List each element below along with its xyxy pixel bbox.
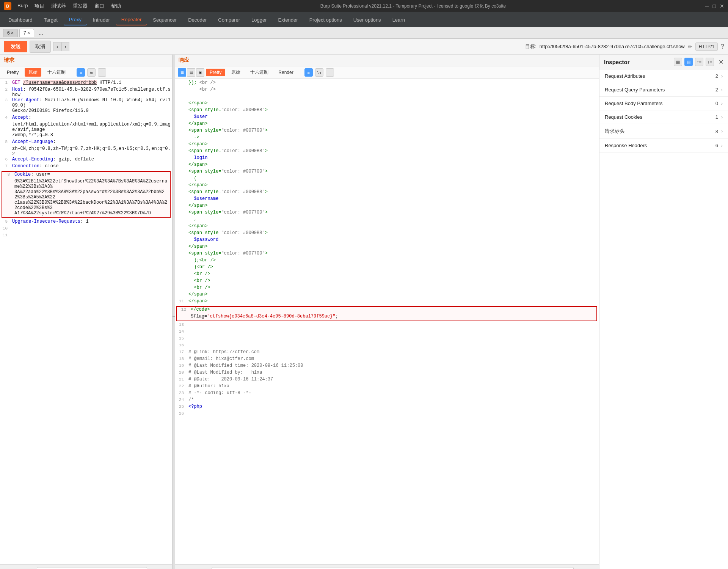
inspector-row-body-params[interactable]: Request Body Parameters 0 ›	[599, 97, 728, 110]
resp-line-coding: 23 # -*- coding: utf-8 -*-	[175, 390, 599, 397]
window-controls[interactable]: ─ □ ✕	[705, 3, 724, 9]
minimize-button[interactable]: ─	[705, 3, 709, 9]
view-split-h[interactable]: ▦	[178, 68, 186, 77]
response-tab-hex[interactable]: 十六进制	[246, 68, 272, 77]
nav-decoder[interactable]: Decoder	[183, 15, 212, 25]
nav-extender[interactable]: Extender	[273, 15, 303, 25]
request-more-icon[interactable]: ⋯	[98, 68, 106, 77]
nav-sequencer[interactable]: Sequencer	[147, 15, 182, 25]
inspector-row-req-headers[interactable]: 请求标头 8 ›	[599, 124, 728, 139]
resp-flag-line: $flag="ctfshow{e034c6a8-d3c4-4e95-890d-8…	[177, 314, 596, 321]
request-tab-raw[interactable]: 原始	[25, 68, 41, 77]
resp-line-26: 26	[175, 411, 599, 418]
nav-proxy[interactable]: Proxy	[64, 14, 87, 25]
flag-block: 12 </code> $flag="ctfshow{e034c6a8-d3c4-…	[176, 306, 597, 321]
resp-line-16: </span>	[175, 182, 599, 189]
inspector-row-resp-headers[interactable]: Response Headers 6 ›	[599, 139, 728, 152]
view-split-v[interactable]: ▤	[187, 68, 195, 77]
inspector-header: Inspector ▦ ▤ ↑≡ ↓≡ ✕	[599, 55, 728, 69]
request-line-8d: class%22%3B0%3A%2B8%3A%22backDoor%22%3A1…	[2, 200, 170, 211]
request-line-8: 8 Cookie: user=	[2, 172, 170, 179]
tab-more[interactable]: ...	[36, 29, 46, 37]
request-line-8b: 0%3A%2B11%3A%22ctfShowUser%22%3A3%3A%7Bs…	[2, 179, 170, 189]
nav-dashboard[interactable]: Dashboard	[3, 15, 38, 25]
menu-help[interactable]: 帮助	[111, 3, 121, 9]
response-sub-tab-sep	[301, 69, 301, 76]
inspector-sort-desc-icon[interactable]: ↓≡	[706, 58, 714, 66]
chevron-query-params: ›	[721, 87, 723, 93]
target-bar: 目标: http://f0542f8a-6501-457b-8282-970ea…	[525, 42, 724, 51]
resp-line-27: );<br />	[175, 258, 599, 264]
nav-user-options[interactable]: User options	[348, 15, 386, 25]
menu-window[interactable]: 窗口	[94, 3, 104, 9]
response-tab-pretty[interactable]: Pretty	[206, 69, 225, 76]
response-search-input[interactable]	[212, 567, 574, 569]
inspector-label-query-params: Request Query Parameters	[605, 87, 665, 93]
request-tab-hex[interactable]: 十六进制	[44, 68, 69, 77]
inspector-list-icon[interactable]: ▤	[684, 58, 693, 66]
http-version-badge[interactable]: HTTP/1	[695, 42, 718, 51]
help-icon[interactable]: ?	[721, 43, 724, 50]
edit-icon[interactable]: ✏	[688, 44, 692, 50]
request-tab-pretty[interactable]: Pretty	[3, 69, 22, 76]
inspector-icon-group: ▦ ▤ ↑≡ ↓≡ ✕	[674, 58, 723, 66]
inspector-label-request-attrs: Request Attributes	[605, 73, 645, 79]
nav-comparer[interactable]: Comparer	[213, 15, 245, 25]
inspector-row-cookies[interactable]: Request Cookies 1 ›	[599, 110, 728, 124]
title-bar: B Burp 项目 测试器 重发器 窗口 帮助 Burp Suite Profe…	[0, 0, 728, 12]
resp-line-22: </span>	[175, 223, 599, 230]
menu-project[interactable]: 项目	[35, 3, 44, 9]
inspector-label-req-headers: 请求标头	[605, 128, 624, 135]
cancel-button[interactable]: 取消	[30, 41, 51, 53]
nav-forward-button[interactable]: ›	[61, 42, 70, 51]
inspector-grid-icon[interactable]: ▦	[674, 58, 682, 66]
request-search-input[interactable]	[37, 567, 147, 569]
title-bar-menu[interactable]: Burp 项目 测试器 重发器 窗口 帮助	[17, 3, 121, 9]
request-line-4c: /webp,*/*;q=0.8	[0, 132, 172, 139]
response-newline-icon[interactable]: \n	[315, 68, 323, 77]
nav-repeater[interactable]: Repeater	[116, 14, 147, 25]
menu-tester[interactable]: 测试器	[51, 3, 66, 9]
maximize-button[interactable]: □	[713, 3, 716, 9]
title-bar-left: B Burp 项目 测试器 重发器 窗口 帮助	[4, 2, 121, 10]
target-label: 目标:	[525, 43, 537, 50]
nav-project-options[interactable]: Project options	[304, 15, 347, 25]
view-solo[interactable]: ▣	[196, 68, 204, 77]
request-newline-icon[interactable]: \n	[87, 68, 96, 77]
tab-7[interactable]: 7 ×	[19, 29, 34, 37]
request-format-icon[interactable]: ≡	[77, 68, 85, 77]
request-line-1: 1 GET /?username=aaa&password=bbb HTTP/1…	[0, 80, 172, 87]
resp-line-30: <br />	[175, 278, 599, 285]
resp-line-35: 13	[175, 322, 599, 329]
response-panel: 响应 ▦ ▤ ▣ Pretty 原始 十六进制 Render ≡ \n ⋯	[175, 55, 599, 569]
request-line-3b: Gecko/20100101 Firefox/116.0	[0, 108, 172, 115]
main-area: 请求 Pretty 原始 十六进制 ≡ \n ⋯ 1 GET /?usernam…	[0, 55, 728, 569]
resp-line-php: 25 <?php	[175, 404, 599, 411]
nav-intruder[interactable]: Intruder	[88, 15, 115, 25]
request-line-2: 2 Host: f0542f8a-6501-45.b-8282-970ea7e7…	[0, 87, 172, 97]
nav-back-button[interactable]: ‹	[53, 42, 61, 51]
tab-6[interactable]: 6 ×	[3, 29, 18, 37]
nav-learn[interactable]: Learn	[387, 15, 410, 25]
response-tab-render[interactable]: Render	[275, 69, 297, 76]
nav-logger[interactable]: Logger	[246, 15, 272, 25]
inspector-sort-asc-icon[interactable]: ↑≡	[695, 58, 703, 66]
response-more-icon[interactable]: ⋯	[326, 68, 334, 77]
inspector-close-button[interactable]: ✕	[719, 58, 723, 66]
menu-resender[interactable]: 重发器	[73, 3, 88, 9]
inspector-row-request-attrs[interactable]: Request Attributes 2 ›	[599, 69, 728, 83]
app-title: Burp Suite Professional v2021.12.1 - Tem…	[121, 3, 705, 9]
request-bottom-bar: ⚙ ? ← → 没有匹配	[0, 564, 172, 569]
inspector-row-query-params[interactable]: Request Query Parameters 2 ›	[599, 83, 728, 97]
send-button[interactable]: 发送	[4, 41, 27, 52]
inspector-count-resp-headers: 6	[715, 143, 718, 148]
response-tab-raw[interactable]: 原始	[228, 68, 244, 77]
chevron-body-params: ›	[721, 101, 723, 106]
resp-line-6: $user	[175, 114, 599, 121]
menu-burp[interactable]: Burp	[17, 3, 28, 9]
response-format-icon[interactable]: ≡	[304, 68, 313, 77]
inspector-count-req-headers: 8	[715, 129, 718, 134]
close-button[interactable]: ✕	[720, 3, 724, 9]
nav-target[interactable]: Target	[39, 15, 63, 25]
resp-line-19: </span>	[175, 203, 599, 210]
